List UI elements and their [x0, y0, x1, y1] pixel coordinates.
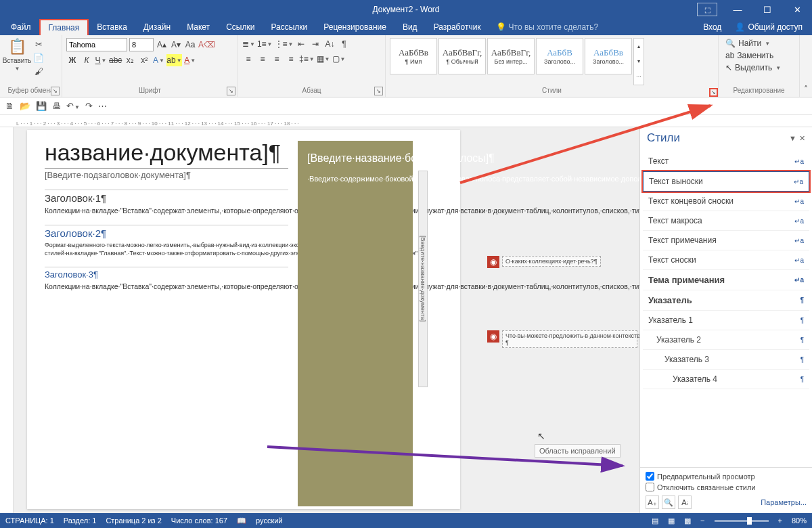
shading-icon[interactable]: ▦▼ [317, 53, 330, 65]
share-button[interactable]: 👤Общий доступ [728, 20, 809, 35]
line-spacing-icon[interactable]: ‡≡▼ [299, 53, 315, 65]
proofing-icon[interactable]: 📖 [237, 516, 246, 525]
clipboard-dialog-launcher[interactable]: ↘ [51, 87, 60, 95]
text-effects-icon[interactable]: A▼ [152, 54, 164, 66]
replace-button[interactable]: abЗаменить [723, 50, 784, 61]
style-item[interactable]: АаБбВвЗаголово... [585, 38, 632, 74]
styles-more-button[interactable]: ▴▾⋯ [633, 38, 644, 85]
style-item[interactable]: АаБбВвГг,Без интер... [487, 38, 535, 74]
find-button[interactable]: 🔍Найти▼ [723, 38, 784, 49]
sort-icon[interactable]: A↓ [323, 38, 336, 50]
comment-balloon[interactable]: ◉ Что·вы·можете·предложить·в·данном·конт… [487, 330, 637, 348]
tab-insert[interactable]: Вставка [89, 20, 135, 35]
tab-view[interactable]: Вид [394, 20, 426, 35]
print-layout-icon[interactable]: ▦ [668, 516, 675, 525]
bold-button[interactable]: Ж [66, 54, 78, 66]
status-pages[interactable]: Страница 2 из 2 [106, 516, 161, 525]
font-size-input[interactable] [129, 38, 154, 51]
copy-icon[interactable]: 📄 [32, 51, 45, 64]
style-list-item[interactable]: Указатель 1¶ [643, 311, 809, 330]
zoom-in-icon[interactable]: + [778, 516, 782, 525]
style-list-item[interactable]: Текст примечания↵a [643, 231, 809, 250]
status-language[interactable]: русский [256, 516, 282, 525]
select-button[interactable]: ↖Выделить▼ [723, 62, 784, 73]
align-center-icon[interactable]: ≡ [256, 53, 269, 65]
body-text[interactable]: Коллекции·на·вкладке·"Вставка"·содержат·… [45, 282, 288, 291]
heading-1[interactable]: Заголовок·1¶ [45, 190, 288, 204]
style-options-link[interactable]: Параметры... [761, 498, 807, 506]
justify-icon[interactable]: ≡ [285, 53, 297, 65]
redo-icon[interactable]: ↷ [85, 101, 93, 111]
ribbon-display-options-icon[interactable]: ⬚ [697, 3, 717, 16]
increase-indent-icon[interactable]: ⇥ [309, 38, 321, 50]
tab-design[interactable]: Дизайн [135, 20, 179, 35]
style-inspector-icon[interactable]: 🔍 [662, 496, 675, 509]
change-case-icon[interactable]: Aa [184, 39, 196, 51]
vertical-title-box[interactable]: [Введите·название·документа] [418, 171, 428, 387]
heading-2[interactable]: Заголовок·2¶ [45, 225, 288, 239]
status-section[interactable]: Раздел: 1 [64, 516, 97, 525]
clear-format-icon[interactable]: A⌫ [198, 39, 215, 51]
tab-mailings[interactable]: Рассылки [263, 20, 315, 35]
paragraph-dialog-launcher[interactable]: ↘ [374, 87, 383, 95]
new-doc-icon[interactable]: 🗎 [5, 101, 14, 111]
show-marks-icon[interactable]: ¶ [338, 38, 350, 50]
doc-title[interactable]: название·документа]¶ [45, 141, 288, 169]
undo-icon[interactable]: ↶▼ [66, 101, 80, 111]
style-item[interactable]: АаБбВвГг,¶ Обычный [438, 38, 486, 74]
styles-dialog-launcher[interactable]: ↘ [709, 88, 718, 97]
pane-close-icon[interactable]: ✕ [799, 134, 805, 143]
style-list-item[interactable]: Указатель¶ [643, 290, 809, 311]
quick-print-icon[interactable]: 🖶 [52, 101, 61, 111]
web-layout-icon[interactable]: ▩ [684, 516, 691, 525]
zoom-out-icon[interactable]: − [700, 516, 704, 525]
status-page[interactable]: СТРАНИЦА: 1 [5, 516, 54, 525]
font-dialog-launcher[interactable]: ↘ [227, 87, 235, 95]
heading-3[interactable]: Заголовок·3¶ [45, 267, 288, 280]
zoom-level[interactable]: 80% [792, 516, 807, 525]
align-right-icon[interactable]: ≡ [271, 53, 283, 65]
close-button[interactable]: ✕ [782, 0, 812, 19]
open-icon[interactable]: 📂 [20, 101, 30, 111]
italic-button[interactable]: К [81, 54, 93, 66]
shrink-font-icon[interactable]: A▾ [170, 39, 182, 51]
font-color-icon[interactable]: A▼ [184, 54, 196, 66]
highlight-icon[interactable]: ab▼ [166, 54, 181, 66]
read-mode-icon[interactable]: ▤ [652, 516, 658, 525]
style-list-item[interactable]: Текст сноски↵a [643, 250, 809, 270]
tab-home[interactable]: Главная [39, 19, 89, 35]
style-list-item[interactable]: Указатель 3¶ [643, 350, 809, 370]
disable-linked-checkbox[interactable]: Отключить связанные стили [646, 483, 807, 491]
strike-button[interactable]: abc [109, 54, 122, 66]
vertical-ruler[interactable] [0, 127, 14, 513]
tab-developer[interactable]: Разработчик [426, 20, 489, 35]
numbering-icon[interactable]: 1≡▼ [257, 38, 273, 50]
grow-font-icon[interactable]: A▴ [156, 39, 168, 51]
tell-me-search[interactable]: 💡Что вы хотите сделать? [496, 22, 599, 32]
preview-checkbox[interactable]: Предварительный просмотр [646, 472, 807, 481]
borders-icon[interactable]: ▢▼ [332, 53, 346, 65]
comment-balloon[interactable]: ◉ О·каких·коллекциях·идет·речь?¶ [487, 256, 601, 268]
collapse-ribbon-icon[interactable]: ˄ [800, 35, 812, 97]
new-style-icon[interactable]: A₊ [646, 496, 659, 509]
style-list-item[interactable]: Указатель 4¶ [643, 370, 809, 389]
body-text[interactable]: Коллекции·на·вкладке·"Вставка"·содержат·… [45, 206, 288, 215]
manage-styles-icon[interactable]: Aᵢ [678, 496, 692, 509]
decrease-indent-icon[interactable]: ⇤ [295, 38, 307, 50]
body-text[interactable]: Формат·выделенного·текста·можно·легко·из… [45, 241, 288, 257]
pane-dropdown-icon[interactable]: ▼ [789, 134, 796, 143]
tab-references[interactable]: Ссылки [218, 20, 263, 35]
tab-review[interactable]: Рецензирование [315, 20, 394, 35]
save-icon[interactable]: 💾 [36, 101, 47, 111]
tab-layout[interactable]: Макет [179, 20, 218, 35]
minimize-button[interactable]: — [723, 0, 752, 19]
align-left-icon[interactable]: ≡ [242, 53, 254, 65]
style-item[interactable]: АаБбВв¶ Имя [390, 38, 437, 74]
styles-gallery[interactable]: АаБбВв¶ Имя АаБбВвГг,¶ Обычный АаБбВвГг,… [390, 38, 644, 85]
subscript-button[interactable]: x₂ [124, 54, 136, 66]
zoom-slider[interactable] [715, 520, 769, 522]
format-painter-icon[interactable]: 🖌 [32, 65, 45, 77]
multilevel-icon[interactable]: ⋮≡▼ [275, 38, 294, 50]
superscript-button[interactable]: x² [138, 54, 150, 66]
status-words[interactable]: Число слов: 167 [171, 516, 227, 525]
